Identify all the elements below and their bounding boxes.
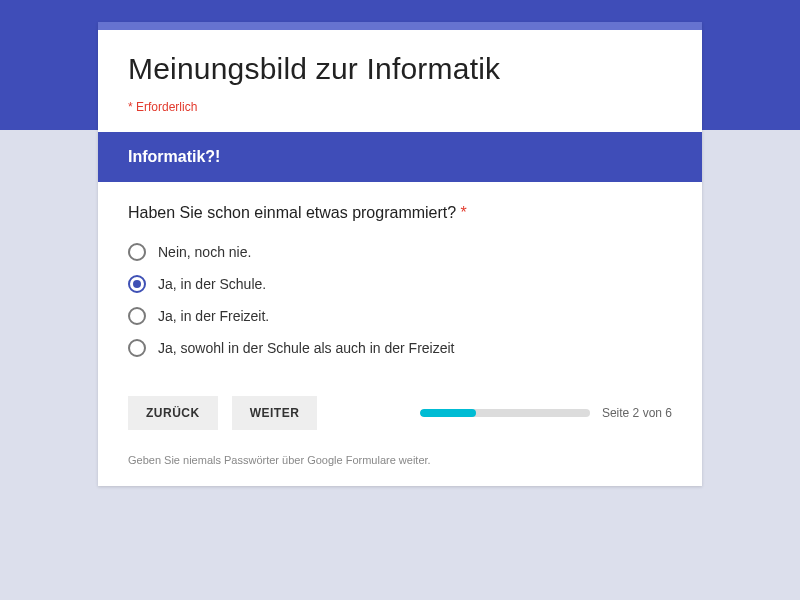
accent-bar <box>98 22 702 30</box>
radio-option[interactable]: Ja, in der Freizeit. <box>128 300 672 332</box>
section-title-banner: Informatik?! <box>98 132 702 182</box>
nav-row: ZURÜCK WEITER Seite 2 von 6 <box>98 374 702 444</box>
required-note: * Erforderlich <box>128 100 672 114</box>
page-indicator: Seite 2 von 6 <box>602 406 672 420</box>
progress-wrap: Seite 2 von 6 <box>420 406 672 420</box>
footer-note: Geben Sie niemals Passwörter über Google… <box>98 444 702 486</box>
progress-fill <box>420 409 476 417</box>
back-button[interactable]: ZURÜCK <box>128 396 218 430</box>
option-label: Ja, sowohl in der Schule als auch in der… <box>158 340 454 356</box>
option-label: Ja, in der Schule. <box>158 276 266 292</box>
radio-icon <box>128 243 146 261</box>
form-card: Meinungsbild zur Informatik * Erforderli… <box>98 22 702 486</box>
radio-icon <box>128 275 146 293</box>
radio-icon <box>128 339 146 357</box>
radio-icon <box>128 307 146 325</box>
progress-bar <box>420 409 590 417</box>
form-title: Meinungsbild zur Informatik <box>128 52 672 86</box>
question-text: Haben Sie schon einmal etwas programmier… <box>128 204 672 222</box>
next-button[interactable]: WEITER <box>232 396 318 430</box>
radio-option[interactable]: Ja, sowohl in der Schule als auch in der… <box>128 332 672 364</box>
form-header: Meinungsbild zur Informatik * Erforderli… <box>98 30 702 132</box>
required-asterisk: * <box>461 204 467 221</box>
radio-option[interactable]: Nein, noch nie. <box>128 236 672 268</box>
question-block: Haben Sie schon einmal etwas programmier… <box>98 182 702 374</box>
option-label: Nein, noch nie. <box>158 244 251 260</box>
radio-option[interactable]: Ja, in der Schule. <box>128 268 672 300</box>
question-label: Haben Sie schon einmal etwas programmier… <box>128 204 461 221</box>
option-label: Ja, in der Freizeit. <box>158 308 269 324</box>
